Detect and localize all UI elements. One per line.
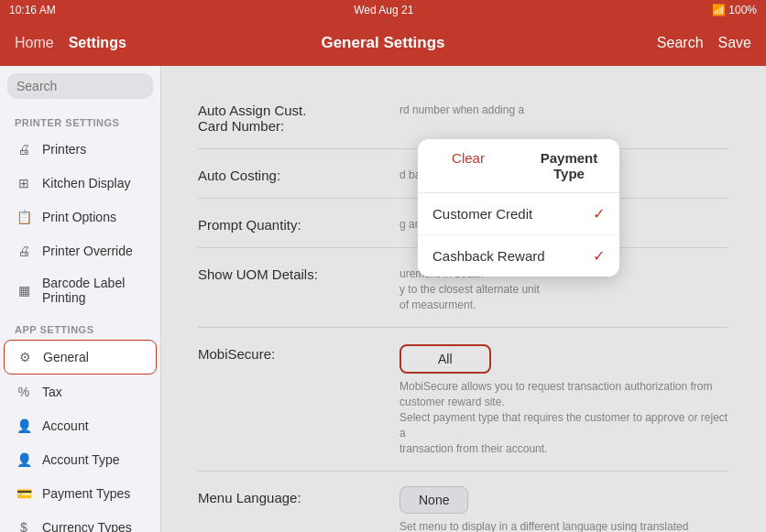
search-button[interactable]: Search xyxy=(657,35,704,51)
dropdown-clear-tab[interactable]: Clear xyxy=(418,139,519,192)
header: Home Settings General Settings Search Sa… xyxy=(0,20,766,66)
status-time: 10:16 AM xyxy=(9,4,56,16)
page-title: General Settings xyxy=(321,34,444,52)
sidebar-item-label: Tax xyxy=(42,385,62,399)
sidebar: PRINTER SETTINGS 🖨 Printers ⊞ Kitchen Di… xyxy=(0,66,161,532)
dropdown-header: Clear Payment Type xyxy=(418,139,619,193)
payment-icon: 💳 xyxy=(15,484,33,503)
dropdown-payment-type-tab[interactable]: Payment Type xyxy=(519,139,619,192)
sidebar-item-label: Kitchen Display xyxy=(42,176,131,190)
sidebar-item-payment-types[interactable]: 💳 Payment Types xyxy=(4,477,157,510)
dropdown-item-customer-credit[interactable]: Customer Credit ✓ xyxy=(418,193,619,235)
payment-type-dropdown: Clear Payment Type Customer Credit ✓ Cas… xyxy=(418,139,619,277)
status-bar: 10:16 AM Wed Aug 21 📶 100% xyxy=(0,0,766,20)
status-right: 📶 100% xyxy=(712,4,757,16)
cashback-reward-checkmark: ✓ xyxy=(593,247,605,265)
status-date: Wed Aug 21 xyxy=(354,4,413,16)
main-content: Auto Assign Cust.Card Number: rd number … xyxy=(161,66,766,532)
search-input[interactable] xyxy=(7,73,153,99)
cashback-reward-label: Cashback Reward xyxy=(432,248,545,264)
save-button[interactable]: Save xyxy=(718,35,751,51)
sidebar-item-general[interactable]: ⚙ General xyxy=(4,340,157,375)
customer-credit-label: Customer Credit xyxy=(432,206,532,222)
sidebar-item-barcode[interactable]: ▦ Barcode Label Printing xyxy=(4,268,157,312)
options-icon: 📋 xyxy=(15,208,33,226)
barcode-icon: ▦ xyxy=(15,281,33,299)
sidebar-item-label: General xyxy=(43,350,89,364)
customer-credit-checkmark: ✓ xyxy=(593,205,605,223)
sidebar-section-printer: PRINTER SETTINGS xyxy=(0,106,160,132)
dropdown-item-cashback-reward[interactable]: Cashback Reward ✓ xyxy=(418,235,619,277)
home-button[interactable]: Home xyxy=(15,35,54,51)
sidebar-item-account[interactable]: 👤 Account xyxy=(4,409,157,442)
currency-icon: $ xyxy=(15,518,33,532)
sidebar-item-printer-override[interactable]: 🖨 Printer Override xyxy=(4,234,157,267)
sidebar-item-label: Account xyxy=(42,418,89,433)
account-icon: 👤 xyxy=(15,417,33,435)
sidebar-item-kitchen-display[interactable]: ⊞ Kitchen Display xyxy=(4,167,157,200)
kitchen-icon: ⊞ xyxy=(15,174,33,192)
sidebar-item-tax[interactable]: % Tax xyxy=(4,375,157,408)
general-icon: ⚙ xyxy=(16,348,34,366)
sidebar-item-label: Barcode Label Printing xyxy=(42,276,146,305)
sidebar-item-label: Payment Types xyxy=(42,486,130,501)
sidebar-item-label: Currency Types xyxy=(42,520,132,532)
sidebar-search-container xyxy=(0,66,160,106)
sidebar-item-currency-types[interactable]: $ Currency Types xyxy=(4,511,157,532)
sidebar-item-label: Printers xyxy=(42,142,86,157)
tax-icon: % xyxy=(15,383,33,401)
settings-label: Settings xyxy=(69,35,126,51)
override-icon: 🖨 xyxy=(15,242,33,260)
account-type-icon: 👤 xyxy=(15,451,33,469)
sidebar-section-app: APP SETTINGS xyxy=(0,313,160,339)
sidebar-item-printers[interactable]: 🖨 Printers xyxy=(4,133,157,166)
sidebar-item-label: Print Options xyxy=(42,210,116,224)
printer-icon: 🖨 xyxy=(15,140,33,158)
sidebar-item-print-options[interactable]: 📋 Print Options xyxy=(4,201,157,233)
backdrop-overlay xyxy=(161,66,766,532)
sidebar-item-label: Account Type xyxy=(42,452,120,467)
sidebar-item-account-type[interactable]: 👤 Account Type xyxy=(4,443,157,476)
sidebar-item-label: Printer Override xyxy=(42,244,133,258)
